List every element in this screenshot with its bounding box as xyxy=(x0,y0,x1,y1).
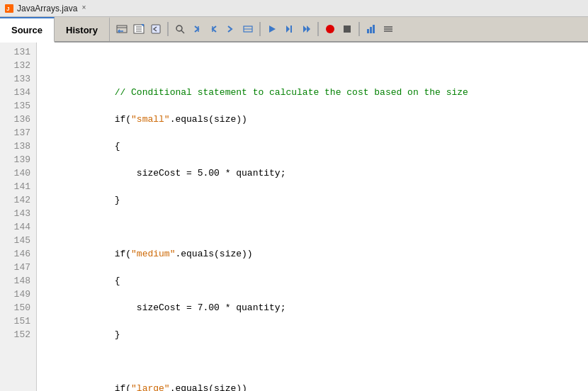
line-numbers: 131 132 133 134 135 136 137 138 139 140 … xyxy=(0,42,37,391)
toolbar-icon-chart[interactable] xyxy=(363,21,379,37)
line-num: 138 xyxy=(0,140,36,153)
toolbar: Source History xyxy=(0,17,588,42)
tab-source-label: Source xyxy=(11,25,43,35)
tab-history-label: History xyxy=(66,25,98,35)
line-num: 149 xyxy=(0,288,36,301)
line-num: 147 xyxy=(0,261,36,274)
code-line-140: sizeCost = 7.00 * quantity; xyxy=(48,301,588,314)
svg-rect-24 xyxy=(367,29,369,33)
line-num: 145 xyxy=(0,234,36,247)
toolbar-icon-nav3[interactable] xyxy=(223,21,239,37)
svg-marker-17 xyxy=(269,26,276,33)
close-button[interactable]: × xyxy=(81,4,86,12)
line-num: 139 xyxy=(0,153,36,166)
tab-history[interactable]: History xyxy=(55,17,110,41)
file-icon: J xyxy=(4,4,14,13)
tab-source[interactable]: Source xyxy=(0,17,55,42)
svg-point-22 xyxy=(326,25,334,33)
line-num: 136 xyxy=(0,113,36,126)
svg-marker-18 xyxy=(286,26,290,33)
svg-rect-23 xyxy=(344,26,351,33)
code-line-141: } xyxy=(48,328,588,341)
svg-line-12 xyxy=(181,30,184,33)
line-num: 151 xyxy=(0,314,36,328)
line-num: 144 xyxy=(0,220,36,234)
toolbar-sep-3 xyxy=(317,22,319,36)
svg-marker-21 xyxy=(307,26,310,33)
file-title: JavaArrays.java xyxy=(17,4,77,13)
code-line-132: // Conditional statement to calculate th… xyxy=(48,86,588,99)
line-num: 152 xyxy=(0,328,36,341)
code-line-138: if("medium".equals(size)) xyxy=(48,247,588,261)
toolbar-icon-back[interactable] xyxy=(114,21,130,37)
code-line-137 xyxy=(48,220,588,234)
line-num: 137 xyxy=(0,126,36,140)
line-num: 140 xyxy=(0,166,36,180)
code-line-139: { xyxy=(48,274,588,288)
line-num: 135 xyxy=(0,99,36,113)
toolbar-icon-settings[interactable] xyxy=(380,21,396,37)
code-editor: 131 132 133 134 135 136 137 138 139 140 … xyxy=(0,42,588,391)
code-line-136: } xyxy=(48,193,588,207)
code-line-135: sizeCost = 5.00 * quantity; xyxy=(48,166,588,180)
toolbar-sep-1 xyxy=(167,22,169,36)
code-line-143: if("large".equals(size)) xyxy=(48,382,588,391)
line-num: 131 xyxy=(0,45,36,59)
toolbar-icon-run2[interactable] xyxy=(281,21,297,37)
title-bar: J JavaArrays.java × xyxy=(0,0,588,17)
line-num: 134 xyxy=(0,86,36,99)
code-line-142 xyxy=(48,355,588,368)
toolbar-icon-run1[interactable] xyxy=(264,21,280,37)
line-num: 141 xyxy=(0,180,36,193)
svg-text:J: J xyxy=(6,6,9,12)
code-content[interactable]: // Conditional statement to calculate th… xyxy=(37,42,588,391)
svg-rect-25 xyxy=(370,27,372,33)
code-line-131 xyxy=(48,59,588,72)
toolbar-icon-square[interactable] xyxy=(339,21,355,37)
toolbar-icon-nav2[interactable] xyxy=(206,21,222,37)
line-num: 146 xyxy=(0,247,36,261)
svg-point-11 xyxy=(176,26,182,31)
code-line-134: { xyxy=(48,140,588,153)
line-num: 143 xyxy=(0,207,36,220)
toolbar-sep-2 xyxy=(259,22,261,36)
toolbar-icon-menu[interactable] xyxy=(131,21,147,37)
line-num: 148 xyxy=(0,274,36,288)
svg-marker-20 xyxy=(303,26,307,33)
code-line-133: if("small".equals(size)) xyxy=(48,113,588,126)
line-num: 133 xyxy=(0,72,36,86)
toolbar-icon-search[interactable] xyxy=(172,21,188,37)
toolbar-icons xyxy=(110,17,588,41)
svg-rect-26 xyxy=(373,25,375,33)
toolbar-icon-nav1[interactable] xyxy=(189,21,205,37)
line-num: 132 xyxy=(0,59,36,72)
toolbar-sep-4 xyxy=(358,22,360,36)
toolbar-icon-run3[interactable] xyxy=(298,21,314,37)
toolbar-icon-nav4[interactable] xyxy=(240,21,256,37)
toolbar-icon-back2[interactable] xyxy=(148,21,164,37)
line-num: 150 xyxy=(0,301,36,314)
toolbar-icon-stop[interactable] xyxy=(322,21,338,37)
line-num: 142 xyxy=(0,193,36,207)
